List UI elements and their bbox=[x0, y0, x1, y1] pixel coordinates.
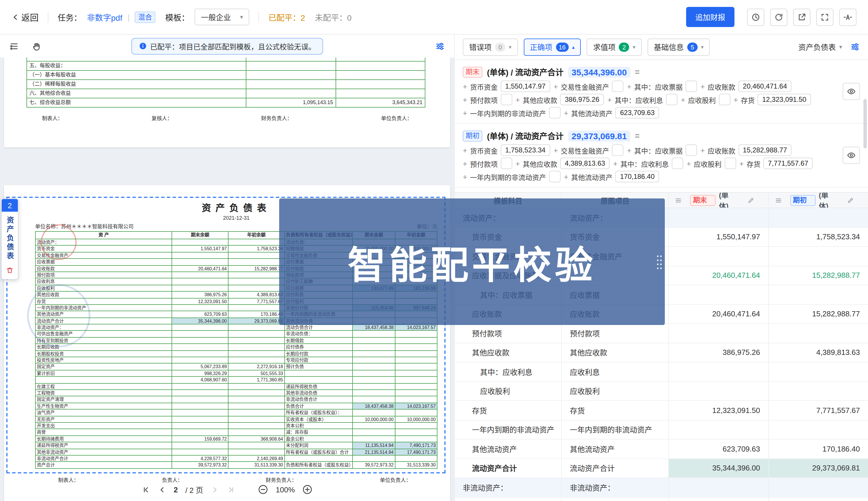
term-value-box[interactable]: 20,460,471.64 bbox=[738, 81, 792, 92]
term-value-box[interactable]: 386,975.26 bbox=[560, 94, 604, 105]
table-row[interactable]: 非流动资产： 非流动资产： bbox=[455, 478, 868, 497]
zoom-in-button[interactable] bbox=[303, 484, 313, 495]
formula-term: + 一年内到期的非流动资产 bbox=[463, 107, 560, 118]
term-value-box[interactable]: 623,709.63 bbox=[615, 107, 659, 118]
template-select[interactable]: 一般企业 ▾ bbox=[195, 9, 249, 25]
outline-icon bbox=[9, 41, 19, 51]
sheet-tab-title: 资产负债表 bbox=[4, 212, 15, 263]
pan-tool-button[interactable] bbox=[32, 41, 41, 51]
history-icon bbox=[751, 12, 760, 22]
table-row[interactable]: 一年内到期的非流动资产 一年内到期的非流动资产 bbox=[455, 420, 868, 439]
term-value-box[interactable]: 7,771,557.67 bbox=[763, 158, 813, 169]
plus-sign: + bbox=[701, 146, 705, 154]
prev-page-button[interactable] bbox=[157, 485, 166, 494]
fullscreen-button[interactable] bbox=[816, 8, 834, 25]
locate-on-document-button[interactable] bbox=[843, 83, 860, 100]
zoom-out-icon bbox=[258, 484, 268, 495]
last-page-button[interactable] bbox=[227, 485, 236, 494]
zoom-in-icon bbox=[303, 484, 313, 495]
zoom-out-button[interactable] bbox=[258, 484, 268, 495]
formula-term: + 存货 12,323,091.50 bbox=[734, 94, 811, 105]
table-row[interactable]: 其他应收款 其他应收款 386,975.26 4,389,813.63 bbox=[455, 343, 868, 362]
list-icon[interactable] bbox=[774, 196, 790, 204]
trash-icon bbox=[6, 266, 14, 274]
original-item-cell: 其他流动资产 bbox=[562, 444, 615, 455]
filter-basic-info[interactable]: 基础信息 5 ▾ bbox=[648, 38, 710, 55]
plus-sign: + bbox=[553, 82, 558, 90]
table-row[interactable]: 预付款项 预付款项 bbox=[455, 324, 868, 343]
template-subject-cell: 流动资产合计 bbox=[455, 463, 517, 474]
add-report-button[interactable]: 追加财报 bbox=[686, 7, 734, 27]
divider bbox=[48, 12, 48, 22]
term-value-box[interactable]: 4,389,813.63 bbox=[560, 158, 609, 169]
term-value-box[interactable] bbox=[724, 158, 736, 169]
plus-sign: + bbox=[608, 95, 612, 104]
edit-column-button[interactable] bbox=[747, 196, 762, 204]
scrollbar-thumb[interactable] bbox=[864, 99, 867, 148]
first-page-button[interactable] bbox=[141, 485, 150, 494]
scan-row: 五、每股收益： bbox=[27, 62, 427, 71]
outline-tool-button[interactable] bbox=[9, 41, 19, 51]
term-value-box[interactable] bbox=[612, 81, 624, 92]
fit-width-button[interactable] bbox=[839, 8, 857, 25]
term-value-box[interactable]: 12,323,091.50 bbox=[757, 94, 811, 105]
balance-sheet-row: 在建工程 递延所得税负债 bbox=[36, 383, 438, 390]
term-value-box[interactable]: 15,282,988.77 bbox=[738, 145, 792, 156]
term-value-box[interactable] bbox=[686, 145, 697, 156]
term-value-box[interactable] bbox=[719, 94, 730, 105]
back-button[interactable]: 返回 bbox=[11, 11, 39, 23]
balance-sheet-row: 工程物资 其他非流动负债 bbox=[36, 390, 438, 397]
delete-sheet-button[interactable] bbox=[6, 263, 14, 279]
table-row[interactable]: 其中：应收利息 应收利息 bbox=[455, 362, 868, 382]
balance-sheet-row: 其他非流动资产 所有者权益（或股东权益）合计 21,135,514.94 17,… bbox=[36, 449, 438, 456]
term-value-box[interactable] bbox=[672, 158, 683, 169]
original-item-cell: 流动资产合计 bbox=[562, 463, 615, 474]
table-row[interactable]: 存货 存货 12,323,091.50 7,771,557.67 bbox=[455, 401, 868, 420]
period-tag-opening: 期初 bbox=[790, 195, 815, 206]
sheet-tab-balance-sheet[interactable]: 2 资产负债表 bbox=[1, 199, 18, 279]
zoom-level: 100% bbox=[276, 485, 295, 494]
table-row[interactable]: 流动资产合计 流动资产合计 35,344,396.00 29,373,069.8… bbox=[455, 459, 868, 478]
sheet-selector[interactable]: 资产负债表 ▾ bbox=[798, 41, 842, 52]
term-value-box[interactable] bbox=[612, 145, 624, 156]
filter-evaluated[interactable]: 求值项 2 ▾ bbox=[587, 38, 642, 55]
opening-value-cell: 15,282,988.77 bbox=[812, 310, 868, 318]
term-value-box[interactable] bbox=[501, 158, 512, 169]
term-value-box[interactable]: 1,758,523.34 bbox=[501, 145, 550, 156]
history-button[interactable] bbox=[747, 8, 764, 25]
term-value-box[interactable] bbox=[549, 171, 560, 182]
formula-term: + 其中：应收利息 bbox=[608, 94, 678, 105]
next-page-button[interactable] bbox=[211, 485, 219, 494]
mapping-settings-button[interactable] bbox=[850, 42, 860, 52]
original-item-cell: 预付款项 bbox=[562, 328, 600, 339]
filter-errors[interactable]: 错误项 0 ▾ bbox=[463, 38, 518, 55]
fit-width-icon bbox=[843, 12, 853, 22]
table-row[interactable]: 应收股利 应收股利 bbox=[455, 382, 868, 401]
hand-icon bbox=[32, 41, 41, 51]
balance-sheet-row: 生产性生物资产 负债合计 18,437,458.38 14,023,167.57 bbox=[36, 403, 438, 410]
export-button[interactable] bbox=[793, 8, 811, 25]
table-row[interactable]: 其他流动资产 其他流动资产 623,709.63 170,186.40 bbox=[455, 439, 868, 459]
opening-value-cell: 1,758,523.34 bbox=[816, 233, 868, 241]
current-page[interactable]: 2 bbox=[174, 485, 178, 494]
term-value-box[interactable] bbox=[549, 107, 560, 118]
term-value-box[interactable] bbox=[501, 94, 512, 105]
edit-column-button[interactable] bbox=[847, 196, 862, 204]
chevron-down-icon: ▾ bbox=[240, 14, 243, 20]
plus-sign: + bbox=[687, 159, 691, 168]
locate-on-document-button[interactable] bbox=[843, 147, 860, 164]
list-icon[interactable] bbox=[674, 196, 690, 204]
unbalanced-status: 未配平：0 bbox=[315, 11, 352, 23]
term-value-box[interactable] bbox=[686, 81, 697, 92]
export-icon bbox=[797, 12, 806, 22]
term-value-box[interactable]: 170,186.40 bbox=[615, 171, 659, 182]
mapping-settings-button[interactable] bbox=[435, 41, 445, 51]
term-value-box[interactable]: 1,550,147.97 bbox=[501, 81, 550, 92]
filter-correct[interactable]: 正确项 16 ▴ bbox=[523, 38, 581, 55]
drag-handle-icon[interactable] bbox=[656, 254, 662, 269]
formula-term: + 其中：应收票据 bbox=[627, 145, 697, 156]
term-value-box[interactable] bbox=[666, 94, 678, 105]
period-tag-closing: 期末 bbox=[463, 66, 482, 77]
table-row[interactable]: 可供出售金融资产 可供出售金融资产 bbox=[455, 497, 868, 501]
refresh-button[interactable] bbox=[770, 8, 787, 25]
